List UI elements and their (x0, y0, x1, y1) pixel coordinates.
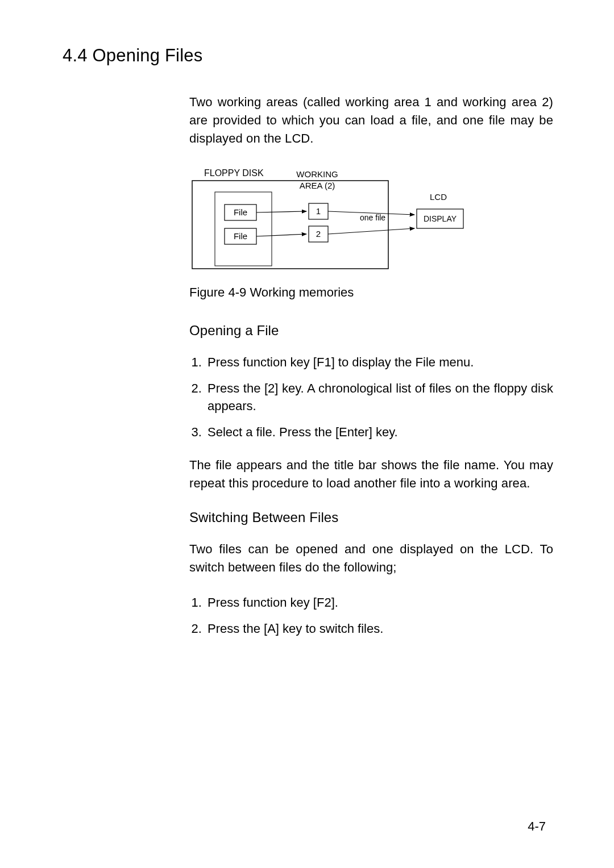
switch-step-2: Press the [A] key to switch files. (205, 620, 553, 638)
switch-step-1: Press function key [F2]. (205, 594, 553, 612)
switching-files-intro: Two files can be opened and one displaye… (189, 540, 553, 577)
display-box-label: DISPLAY (424, 214, 457, 223)
working-area-label-line1: WORKING (296, 169, 338, 179)
open-step-1: Press function key [F1] to display the F… (205, 353, 553, 372)
file-box-1-label: File (234, 207, 247, 217)
intro-paragraph: Two working areas (called working area 1… (189, 93, 553, 148)
svg-rect-1 (215, 192, 272, 266)
open-step-3: Select a file. Press the [Enter] key. (205, 423, 553, 441)
svg-line-6 (256, 211, 306, 212)
working-area-label-line2: AREA (2) (300, 181, 335, 190)
diagram-svg: FLOPPY DISK File File WORKING AREA (2) 1… (189, 165, 485, 273)
opening-file-steps: Press function key [F1] to display the F… (189, 353, 553, 442)
opening-file-heading: Opening a File (189, 323, 553, 339)
figure-caption: Figure 4-9 Working memories (189, 285, 553, 300)
lcd-label: LCD (430, 192, 447, 202)
open-step-2: Press the [2] key. A chronological list … (205, 379, 553, 416)
working-area-1-label: 1 (316, 206, 321, 216)
content-column: Two working areas (called working area 1… (189, 93, 553, 638)
working-memories-diagram: FLOPPY DISK File File WORKING AREA (2) 1… (189, 165, 553, 275)
svg-rect-0 (192, 181, 388, 269)
file-box-2-label: File (234, 231, 247, 241)
svg-line-7 (256, 234, 306, 236)
svg-line-9 (328, 228, 414, 234)
switching-files-heading: Switching Between Files (189, 510, 553, 525)
section-title: 4.4 Opening Files (63, 45, 551, 66)
page: 4.4 Opening Files Two working areas (cal… (0, 0, 614, 868)
opening-file-after: The file appears and the title bar shows… (189, 456, 553, 493)
working-area-2-label: 2 (316, 229, 321, 239)
one-file-label: one file (360, 213, 385, 222)
floppy-disk-label: FLOPPY DISK (204, 168, 264, 178)
page-number: 4-7 (528, 819, 546, 834)
switching-files-steps: Press function key [F2]. Press the [A] k… (189, 594, 553, 638)
